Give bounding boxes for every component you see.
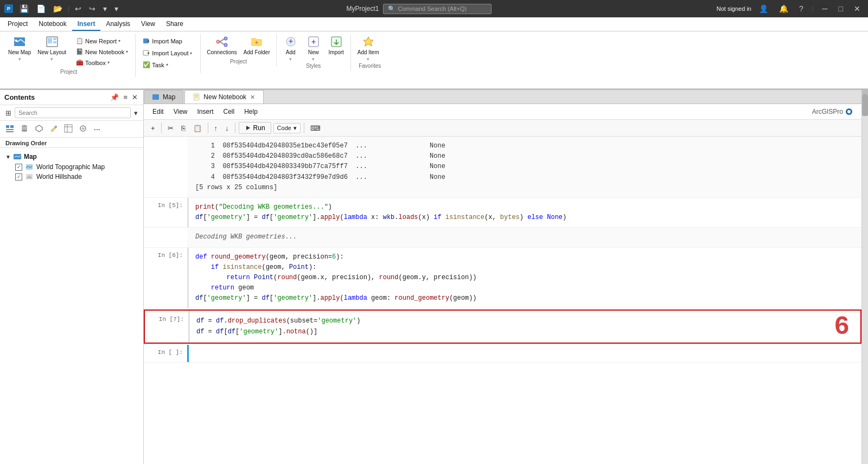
world-topo-checkbox[interactable] [15, 164, 22, 171]
pencil-view-button[interactable] [47, 123, 60, 136]
add-style-button[interactable]: + Add [280, 34, 302, 57]
notebook-tab-icon [193, 93, 200, 101]
tree-item-world-hillshade[interactable]: World Hillshade [4, 172, 139, 182]
project-group-label: Project [5, 69, 132, 77]
tree-item-world-topo[interactable]: World Topographic Map [4, 162, 139, 172]
import-style-button[interactable]: Import [326, 34, 347, 57]
new-button[interactable]: 📄 [33, 3, 49, 14]
arcgis-pro-label: ArcGISPro [812, 108, 853, 115]
menu-share[interactable]: Share [161, 18, 189, 31]
ribbon-group-import: Import Map Import Layout ▾ ✅ Task ▾ [136, 34, 201, 73]
add-cell-button[interactable]: + [148, 123, 158, 134]
toolbox-button[interactable]: 🧰 Toolbox ▾ [72, 57, 132, 68]
nb-menu-view[interactable]: View [169, 106, 192, 117]
save-button[interactable]: 💾 [16, 3, 32, 14]
task-arrow: ▾ [166, 62, 168, 67]
contents-pin-button[interactable]: 📌 [109, 92, 120, 102]
copy-cell-button[interactable]: ⎘ [178, 123, 188, 134]
map-section-header[interactable]: ▼ Map [4, 151, 139, 162]
menu-analysis[interactable]: Analysis [100, 18, 136, 31]
list-view-button[interactable] [3, 123, 16, 136]
new-map-icon [13, 35, 26, 48]
close-button[interactable]: ✕ [851, 3, 864, 14]
import-map-icon [143, 37, 150, 45]
tab-map[interactable]: Map [144, 90, 183, 104]
filter-button[interactable]: ⊞ [4, 108, 12, 118]
map-section-icon [13, 152, 22, 161]
import-layout-icon [143, 49, 150, 57]
cell-body-6[interactable]: def round_geometry(geom, precision=6): i… [187, 248, 861, 308]
cell-body-output-5: Decoding WKB geometries... [187, 228, 861, 247]
maximize-button[interactable]: □ [835, 3, 846, 14]
edit-view-button[interactable] [76, 123, 90, 136]
nb-menu-edit[interactable]: Edit [148, 106, 168, 117]
new-map-button[interactable]: New Map [5, 34, 34, 57]
new-style-button[interactable]: + New [303, 34, 324, 57]
cylinder-icon [20, 124, 29, 133]
nb-menu-help[interactable]: Help [240, 106, 262, 117]
undo-button[interactable]: ↩ [72, 3, 85, 14]
import-layout-button[interactable]: Import Layout ▾ [139, 48, 196, 59]
code-line-6-2: if isinstance(geom, Point): [195, 262, 855, 273]
undo-redo-group: 💾 📄 📂 | ↩ ↪ ▾ ▾ [16, 3, 122, 14]
svg-rect-37 [152, 94, 159, 100]
tab-notebook-close[interactable]: ✕ [250, 94, 256, 101]
nb-menu-cell[interactable]: Cell [219, 106, 239, 117]
keyboard-button[interactable]: ⌨ [308, 123, 323, 134]
cylinder-view-button[interactable] [18, 123, 31, 136]
cell-body-5[interactable]: print("Decoding WKB geometries...") df['… [187, 198, 861, 227]
cell-prompt-5: In [5]: [144, 198, 187, 227]
run-button[interactable]: Run [239, 122, 271, 134]
task-button[interactable]: ✅ Task ▾ [139, 60, 172, 70]
customize-button[interactable]: ▾ [111, 3, 122, 14]
new-report-button[interactable]: 📋 New Report ▾ [72, 36, 132, 46]
add-item-button[interactable]: Add Item [354, 34, 382, 57]
task-label: Task [152, 62, 164, 68]
search-dropdown[interactable]: ▾ [133, 108, 139, 118]
table-icon [64, 124, 73, 133]
cell-type-label: Code [277, 125, 291, 131]
notebook-menu-bar: Edit View Insert Cell Help ArcGISPro [144, 104, 861, 120]
paste-cell-button[interactable]: 📋 [190, 123, 205, 134]
svg-line-11 [220, 39, 224, 42]
minimize-button[interactable]: ─ [819, 3, 831, 14]
redo-button[interactable]: ↪ [86, 3, 99, 14]
cut-cell-button[interactable]: ✂ [165, 123, 176, 134]
menu-view[interactable]: View [136, 18, 161, 31]
command-search-box[interactable]: 🔍 Command Search (Alt+Q) [383, 4, 492, 14]
help-button[interactable]: ? [796, 3, 807, 14]
move-up-button[interactable]: ↑ [212, 123, 221, 134]
cell-type-selector[interactable]: Code ▾ [273, 123, 301, 133]
nb-menu-insert[interactable]: Insert [193, 106, 218, 117]
world-hillshade-checkbox[interactable] [15, 173, 22, 181]
menu-project[interactable]: Project [2, 18, 33, 31]
contents-close-button[interactable]: ✕ [131, 92, 139, 102]
right-scrollbar[interactable] [861, 90, 868, 464]
cell-body-7[interactable]: df = df.drop_duplicates(subset='geometry… [188, 311, 860, 342]
polygon-view-button[interactable] [33, 123, 46, 136]
add-folder-button[interactable]: + Add Folder [241, 34, 273, 57]
contents-search-bar: ⊞ ▾ [0, 105, 143, 121]
more-view-button[interactable]: ··· [91, 124, 103, 134]
new-notebook-button[interactable]: 📓 New Notebook ▾ [72, 47, 132, 57]
new-layout-button[interactable]: New Layout [35, 34, 69, 57]
user-icon-button[interactable]: 👤 [756, 3, 771, 14]
menu-insert[interactable]: Insert [72, 18, 101, 31]
cell-body-empty[interactable] [187, 345, 861, 362]
contents-panel: Contents 📌 ≡ ✕ ⊞ ▾ [0, 90, 144, 464]
open-button[interactable]: 📂 [50, 3, 66, 14]
add-item-label: Add Item [358, 49, 379, 56]
import-map-button[interactable]: Import Map [139, 36, 186, 47]
move-down-button[interactable]: ↓ [222, 123, 232, 134]
search-input[interactable] [15, 107, 131, 118]
styles-group-label: Styles [280, 63, 347, 71]
menu-notebook[interactable]: Notebook [33, 18, 72, 31]
notification-button[interactable]: 🔔 [776, 3, 792, 14]
undo-dropdown[interactable]: ▾ [100, 3, 110, 14]
table-view-button[interactable] [62, 123, 75, 136]
cmd-search-placeholder: Command Search (Alt+Q) [398, 5, 467, 12]
contents-header-icons: 📌 ≡ ✕ [109, 92, 139, 102]
tab-notebook[interactable]: New Notebook ✕ [184, 90, 264, 104]
connections-button[interactable]: Connections [204, 34, 240, 57]
contents-menu-button[interactable]: ≡ [122, 92, 129, 102]
